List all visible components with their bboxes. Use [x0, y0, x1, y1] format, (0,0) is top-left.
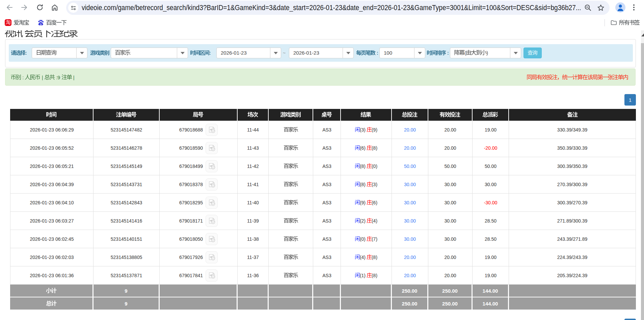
cell-valid-bet: 30.00	[428, 175, 473, 194]
cell-bet-id: 523145146278	[93, 139, 160, 157]
total-bet-link[interactable]: 30.00	[404, 236, 416, 242]
total-bet-link[interactable]: 20.00	[404, 145, 416, 151]
cell-bet-id: 523145140151	[93, 230, 160, 248]
cell-time: 2026-01-23 06:04:39	[10, 175, 93, 194]
page-size-select[interactable]: 100	[379, 48, 425, 58]
back-icon[interactable]	[5, 3, 14, 11]
cell-result: (8) (3)	[341, 175, 392, 194]
footer-cell	[313, 297, 341, 310]
footer-cell	[341, 297, 392, 310]
cell-remark: 224.39/243.39	[509, 248, 636, 266]
cell-time: 2026-01-23 06:06:29	[10, 121, 93, 139]
video-replay-button[interactable]	[206, 233, 218, 245]
filter-label-sort: :	[427, 50, 449, 56]
cell-game-kind	[269, 212, 313, 230]
cell-game-kind	[269, 266, 313, 285]
forward-icon[interactable]	[20, 3, 28, 11]
cell-total-bet: 30.00	[392, 212, 428, 230]
summary-note	[527, 74, 628, 80]
footer-cell: 9	[93, 285, 160, 297]
cell-game-kind	[269, 121, 313, 139]
cell-session: 11-42	[238, 157, 269, 175]
scrollbar-up-icon[interactable]	[641, 33, 644, 36]
scrollbar[interactable]	[641, 30, 644, 320]
footer-cell	[313, 285, 341, 297]
footer-cell: 144.00	[473, 297, 509, 310]
total-bet-link[interactable]: 20.00	[404, 255, 416, 260]
cell-remark: 243.39/271.89	[509, 230, 636, 248]
site-info-icon[interactable]	[68, 3, 78, 13]
profile-avatar[interactable]	[615, 2, 625, 12]
pagination-page-1-bottom[interactable]: 1	[624, 319, 636, 320]
table-row: 2026-01-23 06:02:45 523145140151 6790180…	[10, 230, 636, 248]
video-replay-button[interactable]	[206, 251, 218, 263]
bookmark-star-icon[interactable]	[597, 4, 605, 12]
bookmark-baidu[interactable]: du	[37, 15, 66, 30]
bookmarks-divider	[605, 19, 605, 26]
video-replay-button[interactable]	[206, 269, 218, 282]
all-bookmarks-button[interactable]	[610, 15, 640, 30]
video-replay-button[interactable]	[206, 197, 218, 209]
search-button[interactable]	[524, 48, 542, 58]
video-replay-button[interactable]	[206, 178, 218, 191]
address-bar[interactable]: videoie.com/game/betrecord_search/kind3?…	[66, 1, 610, 15]
video-replay-button[interactable]	[206, 124, 218, 136]
total-bet-link[interactable]: 20.00	[404, 127, 416, 133]
cell-payout: 50.00	[473, 157, 509, 175]
cell-valid-bet: 20.00	[428, 248, 473, 266]
bookmark-taobao[interactable]	[5, 15, 29, 30]
video-file-icon	[208, 125, 216, 134]
cell-total-bet: 20.00	[392, 121, 428, 139]
table-total-row: 9250.00250.00144.00	[10, 297, 636, 310]
menu-kebab-icon[interactable]	[630, 3, 637, 11]
cell-game-kind	[269, 194, 313, 212]
cell-remark: 350.39/330.39	[509, 139, 636, 157]
cell-payout: 19.00	[473, 121, 509, 139]
footer-cell	[160, 297, 238, 310]
cell-valid-bet: 20.00	[428, 139, 473, 157]
footer-cell	[341, 285, 392, 297]
cell-round-id: 679018499	[160, 157, 238, 175]
bet-records-table: 2026-01-23 06:06:29 523145147482 6790186…	[10, 109, 636, 310]
zoom-out-icon[interactable]	[584, 4, 592, 12]
date-end-select[interactable]: 2026-01-23	[289, 48, 354, 58]
cell-payout: -30.00	[473, 194, 509, 212]
sort-select[interactable]: ()	[450, 48, 521, 58]
total-bet-link[interactable]: 20.00	[404, 273, 416, 278]
video-replay-button[interactable]	[206, 142, 218, 154]
cell-time: 2026-01-23 06:05:52	[10, 139, 93, 157]
footer-cell: 144.00	[473, 285, 509, 297]
total-bet-link[interactable]: 50.00	[404, 164, 416, 169]
total-bet-link[interactable]: 30.00	[404, 182, 416, 187]
cell-bet-id: 523145147482	[93, 121, 160, 139]
footer-cell: 250.00	[428, 297, 473, 310]
cell-result: (9) (6)	[341, 194, 392, 212]
cell-session: 11-44	[238, 121, 269, 139]
cell-payout: 19.00	[473, 248, 509, 266]
cell-result: (4) (8)	[341, 248, 392, 266]
url-text[interactable]: videoie.com/game/betrecord_search/kind3?…	[82, 0, 581, 16]
date-start-select[interactable]: 2026-01-23	[216, 48, 281, 58]
game-kind-select[interactable]	[111, 48, 188, 58]
scrollbar-thumb[interactable]	[641, 43, 644, 320]
video-replay-button[interactable]	[206, 215, 218, 227]
total-bet-link[interactable]: 30.00	[404, 218, 416, 224]
query-type-select[interactable]	[32, 48, 87, 58]
cell-table-id: AS3	[313, 121, 341, 139]
chevron-down-icon	[414, 48, 425, 58]
footer-cell	[10, 285, 93, 297]
cell-bet-id: 523145141416	[93, 212, 160, 230]
reload-icon[interactable]	[36, 3, 44, 11]
table-row: 2026-01-23 06:01:36 523145137871 6790178…	[10, 266, 636, 285]
cell-payout: 19.00	[473, 266, 509, 285]
page-title	[5, 30, 78, 39]
cell-total-bet: 20.00	[392, 139, 428, 157]
footer-cell	[160, 285, 238, 297]
home-icon[interactable]	[51, 3, 59, 11]
video-file-icon	[208, 216, 216, 225]
total-bet-link[interactable]: 30.00	[404, 200, 416, 205]
video-file-icon	[208, 162, 216, 170]
pagination-page-1-top[interactable]: 1	[624, 94, 636, 106]
footer-cell	[10, 297, 93, 310]
video-replay-button[interactable]	[206, 160, 218, 172]
